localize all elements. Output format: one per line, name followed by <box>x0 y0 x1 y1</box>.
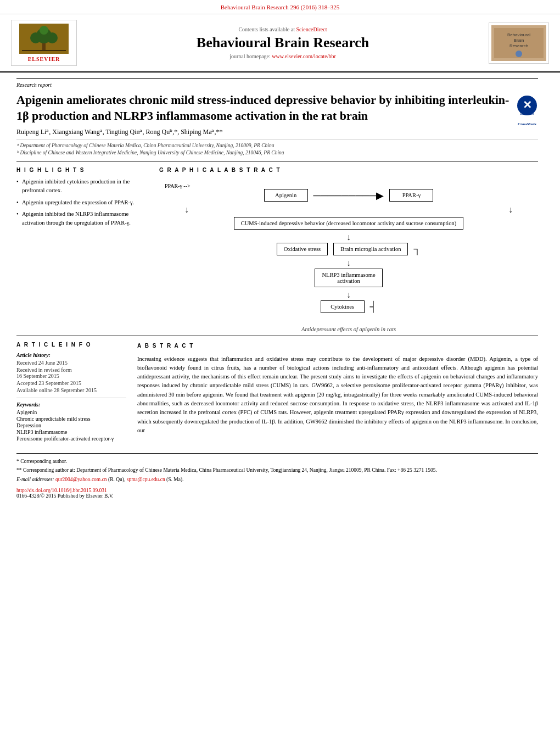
flow-box-microglia: Brain microglia activation <box>333 243 408 255</box>
flow-box-nlrp3: NLRP3 inflammasome activation <box>315 269 382 287</box>
arrow-down-cums: ↓ <box>165 233 533 242</box>
keyword-5: Peroxisome proliferator-activated recept… <box>16 436 126 442</box>
svg-point-3 <box>30 32 41 43</box>
keywords-label: Keywords: <box>16 401 126 408</box>
graphical-abstract-caption: Antidepressant effects of apigenin in ra… <box>301 326 396 332</box>
received-date: Received 24 June 2015 <box>16 360 126 366</box>
journal-citation-link[interactable]: Behavioural Brain Research 296 (2016) 31… <box>221 4 340 10</box>
graphical-abstract-heading: G R A P H I C A L A B S T R A C T <box>159 167 538 173</box>
flow-row-2: CUMS-induced depressive behavior (decrea… <box>165 217 533 230</box>
keyword-3: Depression <box>16 422 126 428</box>
svg-point-4 <box>47 32 58 43</box>
article-info-heading: A R T I C L E I N F O <box>16 342 126 348</box>
flow-diagram: PPAR-γ --> Apigenin ─────────▶ PPAR-γ ↓ <box>159 177 538 322</box>
elsevier-tree-illustration <box>19 24 69 54</box>
homepage-line: journal homepage: www.elsevier.com/locat… <box>88 53 478 59</box>
email-label: E-mail addresses: <box>16 477 54 482</box>
flow-box-oxidative: Oxidative stress <box>277 243 328 255</box>
arrow-right-1: ─────────▶ <box>313 189 384 202</box>
email1-person: (R. Qu), <box>108 477 125 482</box>
article-title-text: Apigenin ameliorates chronic mild stress… <box>16 92 511 124</box>
affiliations: ᵃ Department of Pharmacology of Chinese … <box>16 140 538 155</box>
footnote-corresponding-2: ** Corresponding author at: Department o… <box>16 467 538 474</box>
crossmark-logo: ✕ CrossMark CrossMark <box>516 94 538 116</box>
section-label: Research report <box>16 78 538 88</box>
article-info-abstract-section: A R T I C L E I N F O Article history: R… <box>16 336 538 442</box>
footnote-emails: E-mail addresses: qur2004@yahoo.com.cn (… <box>16 476 538 483</box>
abstract-heading: A B S T R A C T <box>137 342 538 350</box>
elsevier-logo-box: ELSEVIER <box>11 20 77 66</box>
arrow-down-nlrp3: ↓ <box>165 291 533 299</box>
flow-box-cytokines: Cytokines <box>321 300 365 313</box>
list-item: Apigenin inhibited cytokines production … <box>16 177 148 195</box>
email2-link[interactable]: spma@cpu.edu.cn <box>127 477 165 482</box>
svg-point-5 <box>40 26 48 35</box>
affiliation-a: ᵃ Department of Pharmacology of Chinese … <box>16 142 538 148</box>
keyword-4: NLRP3 inflammasome <box>16 429 126 435</box>
article-info-column: A R T I C L E I N F O Article history: R… <box>16 342 126 442</box>
top-bar: Behavioural Brain Research 296 (2016) 31… <box>0 0 560 14</box>
arrow-down-apigenin: ↓ <box>165 205 209 215</box>
svg-text:Behavioural: Behavioural <box>507 32 530 37</box>
bbr-logo-image: Behavioural Brain Research <box>491 25 546 61</box>
affiliation-b: ᵇ Discipline of Chinese and Western Inte… <box>16 149 538 155</box>
doi-link[interactable]: http://dx.doi.org/10.1016/j.bbr.2015.09.… <box>16 488 107 493</box>
page-container: Behavioural Brain Research 296 (2016) 31… <box>0 0 560 742</box>
highlights-heading: H I G H L I G H T S <box>16 167 148 173</box>
svg-rect-6 <box>22 50 66 51</box>
svg-text:Research: Research <box>509 43 528 48</box>
abstract-text: Increasing evidence suggests that inflam… <box>137 355 538 435</box>
flow-box-ppar: PPAR-γ <box>389 189 433 202</box>
flow-row-3: Oxidative stress Brain microglia activat… <box>165 243 533 255</box>
footnote-corresponding-1: * Corresponding author. <box>16 458 538 465</box>
email2-person: (S. Ma). <box>166 477 183 482</box>
highlights-graphical-section: H I G H L I G H T S Apigenin inhibited c… <box>16 161 538 332</box>
svg-text:✕: ✕ <box>523 99 532 111</box>
flow-row-5: Cytokines ┤ <box>165 300 533 313</box>
abstract-column: A B S T R A C T Increasing evidence sugg… <box>137 342 538 442</box>
article-history-label: Article history: <box>16 352 126 358</box>
sciencedirect-line: Contents lists available at ScienceDirec… <box>88 26 478 32</box>
flow-row-1: Apigenin ─────────▶ PPAR-γ <box>165 189 533 202</box>
arrow-down-merge: ↓ <box>165 259 533 267</box>
graphical-abstract-column: G R A P H I C A L A B S T R A C T PPAR-γ… <box>159 167 538 332</box>
keywords-section: Keywords: Apigenin Chronic unpredictable… <box>16 398 126 442</box>
flow-row-4: NLRP3 inflammasome activation <box>165 269 533 287</box>
authors-line: Ruipeng Liᵃ, Xiangxiang Wangᵃ, Tingting … <box>16 128 538 136</box>
homepage-link[interactable]: www.elsevier.com/locate/bbr <box>272 53 336 59</box>
keyword-2: Chronic unpredictable mild stress <box>16 416 126 422</box>
graphical-abstract-diagram: PPAR-γ --> Apigenin ─────────▶ PPAR-γ ↓ <box>159 177 538 332</box>
arrow-right-2: ┐ <box>413 243 421 255</box>
journal-center-info: Contents lists available at ScienceDirec… <box>77 26 489 59</box>
article-title-row: Apigenin ameliorates chronic mild stress… <box>16 92 538 124</box>
available-online-date: Available online 28 September 2015 <box>16 387 126 393</box>
bbr-logo-box: Behavioural Brain Research <box>489 23 549 64</box>
footnotes-section: * Corresponding author. ** Corresponding… <box>16 453 538 483</box>
highlights-list: Apigenin inhibited cytokines production … <box>16 177 148 227</box>
flow-box-apigenin: Apigenin <box>264 189 308 202</box>
keyword-1: Apigenin <box>16 409 126 415</box>
svg-point-12 <box>516 51 522 57</box>
received-revised: Received in revised form 16 September 20… <box>16 367 126 379</box>
journal-title: Behavioural Brain Research <box>88 35 478 51</box>
article-content: Research report Apigenin ameliorates chr… <box>0 72 560 504</box>
accepted-date: Accepted 23 September 2015 <box>16 380 126 386</box>
list-item: Apigenin inhibited the NLRP3 inflammasom… <box>16 210 148 227</box>
svg-text:CrossMark: CrossMark <box>520 112 534 115</box>
elsevier-wordmark: ELSEVIER <box>28 56 60 62</box>
flow-box-cums: CUMS-induced depressive behavior (decrea… <box>234 217 463 230</box>
list-item: Apigenin upregulated the expression of P… <box>16 198 148 207</box>
sciencedirect-link[interactable]: ScienceDirect <box>296 26 327 32</box>
email1-link[interactable]: qur2004@yahoo.com.cn <box>55 477 107 482</box>
doi-section: http://dx.doi.org/10.1016/j.bbr.2015.09.… <box>16 488 538 499</box>
journal-header: ELSEVIER Contents lists available at Sci… <box>0 14 560 72</box>
issn-text: 0166-4328/© 2015 Published by Elsevier B… <box>16 493 114 499</box>
svg-text:Brain: Brain <box>514 38 524 43</box>
arrow-bracket: ┤ <box>370 301 377 313</box>
arrow-down-ppar: ↓ <box>489 205 533 215</box>
highlights-column: H I G H L I G H T S Apigenin inhibited c… <box>16 167 148 332</box>
